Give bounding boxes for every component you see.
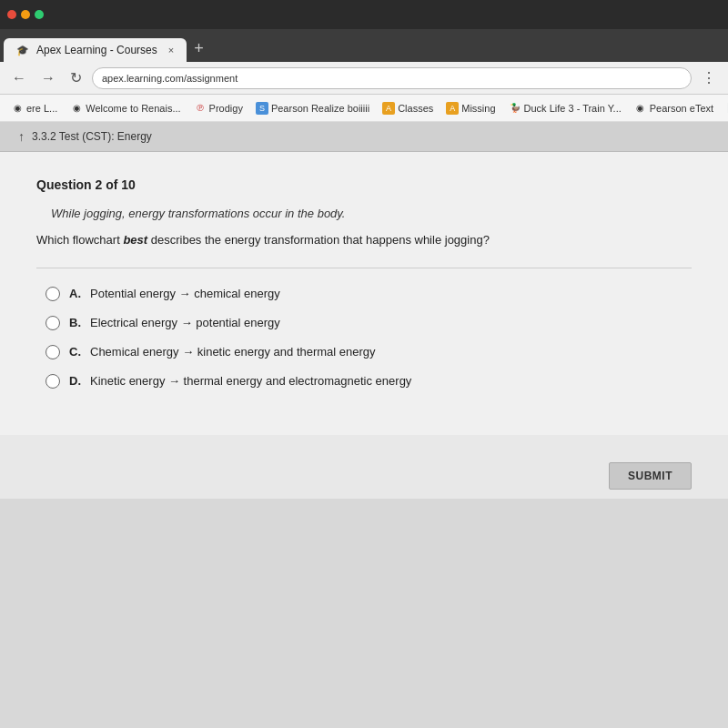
- answer-label-b: B.: [69, 316, 81, 329]
- radio-a[interactable]: [46, 287, 60, 301]
- address-input[interactable]: apex.learning.com/assignment: [92, 67, 692, 89]
- submit-button[interactable]: SUBMIT: [609, 462, 692, 490]
- answer-options: A. Potential energy → chemical energy B.…: [36, 287, 692, 389]
- answer-label-c: C.: [69, 345, 81, 359]
- bookmark-icon-welcome: ◉: [70, 102, 83, 115]
- breadcrumb-up-icon: ↑: [18, 129, 25, 144]
- question-text: Which flowchart best describes the energ…: [36, 231, 692, 249]
- tab-title: Apex Learning - Courses: [36, 44, 157, 56]
- radio-d[interactable]: [46, 374, 60, 389]
- bookmark-label-pearson-etext: Pearson eText: [650, 103, 713, 114]
- bookmark-ere-l[interactable]: ◉ ere L...: [5, 100, 63, 116]
- bookmark-label-welcome: Welcome to Renais...: [86, 103, 180, 114]
- answer-text-c: Chemical energy → kinetic energy and the…: [90, 345, 376, 359]
- answer-option-b[interactable]: B. Electrical energy → potential energy: [46, 316, 692, 330]
- tab-close-button[interactable]: ×: [168, 45, 174, 56]
- active-tab[interactable]: 🎓 Apex Learning - Courses ×: [4, 38, 187, 62]
- bookmark-welcome-renais[interactable]: ◉ Welcome to Renais...: [65, 100, 186, 116]
- bookmark-icon-pearson-etext: ◉: [634, 102, 647, 115]
- bookmark-missing[interactable]: A Missing: [440, 100, 500, 116]
- bookmark-label-pearson-realize: Pearson Realize boiiiii: [271, 103, 369, 114]
- new-tab-button[interactable]: +: [187, 39, 211, 58]
- page-breadcrumb-bar: ↑ 3.3.2 Test (CST): Energy: [0, 122, 728, 152]
- bookmark-icon-prodigy: ℗: [194, 102, 207, 115]
- maximize-window-button[interactable]: [35, 10, 44, 19]
- answer-label-a: A.: [69, 287, 81, 300]
- question-card: Question 2 of 10 While jogging, energy t…: [0, 152, 728, 435]
- answer-text-b: Electrical energy → potential energy: [90, 316, 280, 329]
- title-bar: [0, 0, 728, 29]
- answer-option-a[interactable]: A. Potential energy → chemical energy: [46, 287, 692, 301]
- bookmark-pearson-etext[interactable]: ◉ Pearson eText: [629, 100, 719, 116]
- bookmark-icon-duck-life: 🦆: [509, 102, 521, 115]
- bookmark-icon-pearson-realize: S: [256, 102, 268, 115]
- minimize-window-button[interactable]: [21, 10, 30, 19]
- bookmark-label-duck-life: Duck Life 3 - Train Y...: [524, 103, 622, 114]
- bookmark-pearson-realize[interactable]: S Pearson Realize boiiiii: [250, 100, 375, 116]
- question-context: While jogging, energy transformations oc…: [36, 207, 692, 220]
- answer-text-d: Kinetic energy → thermal energy and elec…: [90, 374, 411, 388]
- tab-favicon: 🎓: [16, 45, 29, 56]
- answer-option-c[interactable]: C. Chemical energy → kinetic energy and …: [46, 345, 692, 359]
- bookmark-icon-classes: A: [382, 102, 395, 115]
- extensions-button[interactable]: ⋮: [697, 67, 721, 88]
- bookmarks-bar: ◉ ere L... ◉ Welcome to Renais... ℗ Prod…: [0, 95, 728, 122]
- window-controls: [7, 10, 44, 19]
- answer-option-d[interactable]: D. Kinetic energy → thermal energy and e…: [46, 374, 692, 389]
- question-header: Question 2 of 10: [36, 177, 692, 192]
- bookmark-more[interactable]: 📊: [721, 100, 728, 116]
- bookmark-label-ere-l: ere L...: [26, 103, 57, 114]
- breadcrumb-text: 3.3.2 Test (CST): Energy: [32, 130, 152, 143]
- forward-button[interactable]: →: [36, 68, 60, 88]
- bookmark-label-prodigy: Prodigy: [209, 103, 243, 114]
- bookmark-label-classes: Classes: [398, 103, 433, 114]
- question-emphasis: best: [123, 233, 147, 247]
- tab-bar: 🎓 Apex Learning - Courses × +: [0, 29, 728, 62]
- close-window-button[interactable]: [7, 10, 16, 19]
- bookmark-duck-life[interactable]: 🦆 Duck Life 3 - Train Y...: [503, 100, 627, 116]
- bookmark-classes[interactable]: A Classes: [377, 100, 439, 116]
- page-content: ↑ 3.3.2 Test (CST): Energy Question 2 of…: [0, 122, 728, 728]
- answer-label-d: D.: [69, 374, 81, 388]
- answer-text-a: Potential energy → chemical energy: [90, 287, 280, 300]
- back-button[interactable]: ←: [7, 68, 31, 88]
- bookmark-label-missing: Missing: [461, 103, 495, 114]
- address-bar-row: ← → ↻ apex.learning.com/assignment ⋮: [0, 62, 728, 95]
- address-text: apex.learning.com/assignment: [102, 73, 238, 84]
- bookmark-prodigy[interactable]: ℗ Prodigy: [188, 100, 248, 116]
- browser-window: 🎓 Apex Learning - Courses × + ← → ↻ apex…: [0, 0, 728, 728]
- bookmark-icon-ere-l: ◉: [11, 102, 24, 115]
- radio-b[interactable]: [46, 316, 60, 330]
- reload-button[interactable]: ↻: [66, 67, 86, 88]
- question-divider: [36, 268, 692, 268]
- bottom-space: [0, 499, 728, 729]
- submit-row: SUBMIT: [0, 435, 728, 499]
- radio-c[interactable]: [46, 345, 60, 359]
- bookmark-icon-missing: A: [446, 102, 459, 115]
